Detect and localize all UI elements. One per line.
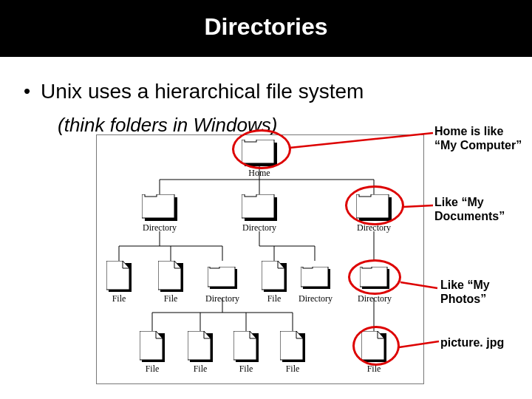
svg-line-62 — [399, 341, 439, 347]
annotation-photos: Like “My Photos” — [440, 278, 522, 306]
annotation-docs: Like “My Documents” — [434, 195, 523, 223]
svg-line-59 — [290, 133, 433, 148]
svg-line-61 — [400, 282, 437, 288]
annotation-picture: picture. jpg — [440, 335, 522, 349]
svg-line-60 — [403, 205, 433, 207]
annotation-home: Home is like “My Computer” — [434, 124, 528, 152]
